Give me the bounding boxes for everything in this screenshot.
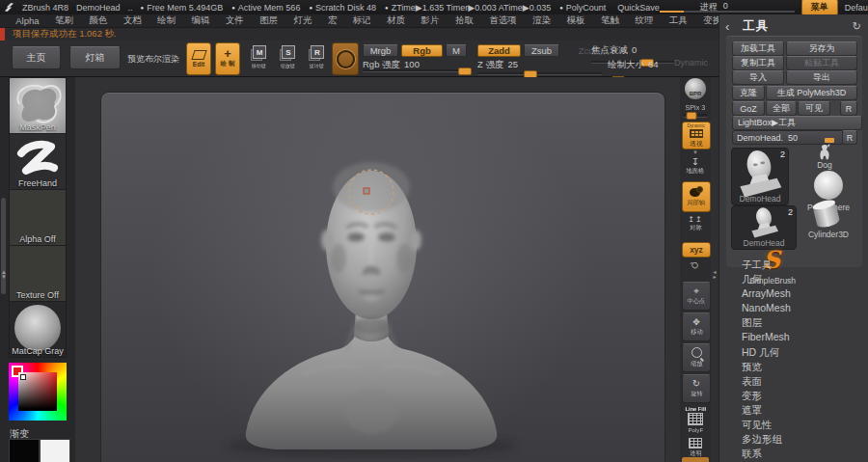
lightbox-tool-button[interactable]: LightBox▶工具 bbox=[732, 116, 862, 130]
subpalette-item[interactable]: NanoMesh bbox=[742, 301, 791, 315]
load-tool-button[interactable]: 加载工具 bbox=[732, 41, 784, 56]
menu-item[interactable]: 图层 bbox=[252, 14, 285, 27]
goz-visible-button[interactable]: 可见 bbox=[798, 101, 830, 116]
rgb-intensity-handle[interactable] bbox=[458, 68, 472, 75]
menu-item[interactable]: 模板 bbox=[558, 14, 592, 27]
tool-r-button[interactable]: R bbox=[842, 130, 857, 145]
subpalette-item[interactable]: ArrayMesh bbox=[742, 286, 791, 301]
copy-tool-button[interactable]: 复制工具 bbox=[732, 56, 784, 70]
saturation-square[interactable] bbox=[18, 372, 57, 411]
transparency-button[interactable]: 透明 bbox=[682, 438, 709, 458]
frame-button[interactable]: ⌖ 中心点 bbox=[682, 282, 711, 311]
right-tray-divider[interactable]: ◂▸ bbox=[711, 77, 719, 462]
document-canvas[interactable] bbox=[101, 93, 665, 462]
menu-item[interactable]: 文件 bbox=[218, 14, 252, 27]
save-as-button[interactable]: 另存为 bbox=[786, 41, 857, 56]
spix-slider[interactable]: SPix 3 bbox=[682, 103, 709, 118]
rotate-canvas-button[interactable]: ↻ 旋转 bbox=[682, 374, 711, 403]
progress-slider[interactable]: 进程0 bbox=[660, 1, 795, 14]
dynamic-label[interactable]: Dynamic bbox=[674, 58, 708, 68]
menu-item[interactable]: 编辑 bbox=[183, 14, 217, 27]
rgb-intensity-track[interactable] bbox=[363, 69, 473, 72]
menu-item[interactable]: 工具 bbox=[661, 14, 694, 27]
z-intensity-slider[interactable]: Z 强度 25 bbox=[477, 59, 518, 71]
clone-button[interactable]: 克隆 bbox=[732, 86, 765, 100]
subpalette-item[interactable]: 变形 bbox=[742, 389, 791, 403]
menu-item[interactable]: 笔触 bbox=[593, 14, 627, 27]
viewport[interactable] bbox=[75, 77, 680, 462]
active-tool-handle[interactable] bbox=[825, 138, 834, 143]
menu-item[interactable]: 拾取 bbox=[448, 14, 481, 27]
floor-button[interactable]: ↧ 地面格 bbox=[682, 157, 709, 176]
subpalette-item[interactable]: 预览 bbox=[742, 360, 791, 374]
scale-button[interactable]: S 缩放键 bbox=[276, 45, 299, 69]
focal-shift-slider[interactable]: 焦点衰减 0 bbox=[591, 44, 637, 57]
menu-item[interactable]: 首选项 bbox=[481, 14, 525, 27]
ghost-button-partial[interactable] bbox=[682, 457, 709, 462]
spix-track[interactable] bbox=[683, 114, 708, 118]
move-canvas-button[interactable]: ✥ 移动 bbox=[682, 313, 711, 341]
collapse-arrow-icon[interactable]: ‹ bbox=[725, 19, 729, 34]
subpalette-item[interactable]: 子工具 bbox=[742, 258, 791, 272]
m-button[interactable]: M bbox=[446, 44, 467, 57]
menu-item[interactable]: 笔刷 bbox=[47, 14, 81, 27]
subpalette-item[interactable]: FiberMesh bbox=[742, 330, 791, 344]
main-color-swatch[interactable] bbox=[40, 439, 70, 462]
goz-all-button[interactable]: 全部 bbox=[766, 101, 797, 116]
goz-r-button[interactable]: R bbox=[840, 101, 857, 116]
scale-canvas-button[interactable]: 缩放 bbox=[682, 343, 711, 372]
menu-item[interactable]: 影片 bbox=[413, 14, 447, 27]
menu-button[interactable]: 菜单 bbox=[801, 0, 838, 15]
stroke-selector[interactable]: FreeHand bbox=[9, 133, 67, 190]
zadd-button[interactable]: Zadd bbox=[477, 44, 521, 57]
home-button[interactable]: 主页 bbox=[12, 46, 61, 69]
menu-item[interactable]: 渲染 bbox=[525, 14, 558, 27]
draw-button[interactable]: + 绘 制 bbox=[215, 42, 240, 75]
rotate-button[interactable]: R 旋转键 bbox=[305, 45, 328, 69]
subpalette-item[interactable]: 联系 bbox=[742, 447, 791, 461]
preview-boolean-button[interactable]: 预览布尔渲染 bbox=[127, 53, 179, 66]
tool-thumbnail-demohead2[interactable]: 2 DemoHead bbox=[731, 205, 797, 250]
divider-arrows-icon[interactable]: ◂▸ bbox=[711, 270, 719, 280]
perspective-button[interactable]: Dynamic 透视 bbox=[682, 122, 711, 149]
menu-item[interactable]: 纹理 bbox=[627, 14, 661, 27]
local-button[interactable]: 局部轴 bbox=[682, 181, 711, 212]
default-zscript-label[interactable]: DefaultZScript bbox=[845, 3, 868, 13]
goz-button[interactable]: GoZ bbox=[732, 101, 765, 116]
alpha-selector[interactable]: Alpha Off bbox=[9, 189, 67, 246]
menu-item[interactable]: 颜色 bbox=[81, 14, 115, 27]
tool-thumbnail-dog[interactable]: Dog bbox=[808, 144, 841, 171]
rgb-button[interactable]: Rgb bbox=[401, 44, 443, 57]
tray-scrollbar[interactable] bbox=[1, 198, 6, 294]
make-polymesh3d-button[interactable]: 生成 PolyMesh3D bbox=[766, 86, 857, 100]
subpalette-item[interactable]: 表面 bbox=[742, 374, 791, 389]
paste-tool-button[interactable]: 粘贴工具 bbox=[786, 56, 857, 70]
edit-button[interactable]: Edit bbox=[186, 42, 211, 75]
move-button[interactable]: M 移动键 bbox=[247, 45, 270, 69]
z-intensity-track[interactable] bbox=[477, 72, 603, 75]
subpalette-item[interactable]: 多边形组 bbox=[742, 432, 791, 447]
import-button[interactable]: 导入 bbox=[732, 70, 784, 85]
menu-item[interactable]: 宏 bbox=[320, 14, 345, 27]
color-picker[interactable] bbox=[9, 363, 67, 421]
tool-thumbnail-cylinder3d[interactable]: Cylinder3D bbox=[798, 202, 859, 240]
shelf-menu-arrow[interactable]: ▼ bbox=[682, 149, 709, 155]
polyframe-button[interactable]: Line Fill PolyF bbox=[682, 406, 709, 433]
menu-item[interactable]: Alpha bbox=[8, 15, 47, 26]
orbit-button[interactable]: Q bbox=[682, 260, 709, 270]
xyz-button[interactable]: xyz bbox=[682, 242, 711, 258]
current-brush-button[interactable] bbox=[332, 42, 359, 75]
menu-item[interactable]: 材质 bbox=[379, 14, 413, 27]
spix-handle[interactable] bbox=[687, 112, 697, 120]
secondary-color-swatch[interactable] bbox=[9, 439, 40, 462]
brush-selector[interactable]: MaskPen bbox=[9, 77, 67, 134]
menu-item[interactable]: 标记 bbox=[345, 14, 379, 27]
lsym-button[interactable]: ↥↥ 对称 bbox=[682, 215, 709, 232]
bpr-render-button[interactable]: BPR bbox=[682, 78, 709, 99]
draw-size-slider[interactable]: 绘制大小 64 bbox=[608, 59, 659, 71]
lightbox-button[interactable]: 灯箱 bbox=[69, 46, 121, 69]
active-tool-thumbnail[interactable]: 2 DemoHead bbox=[731, 148, 789, 205]
subpalette-item[interactable]: 图层 bbox=[742, 315, 791, 330]
tray-divider-arrows[interactable]: ▲▼ bbox=[0, 270, 8, 280]
subpalette-item[interactable]: 几何 bbox=[742, 272, 791, 286]
